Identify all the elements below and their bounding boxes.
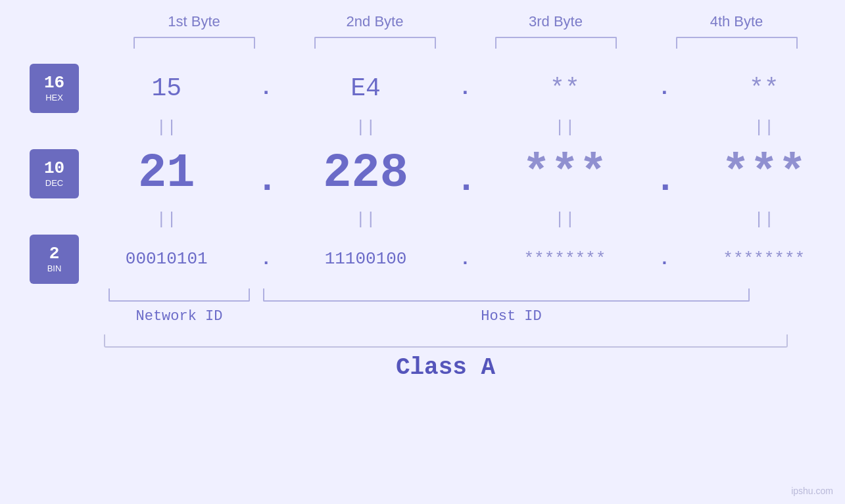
bracket-byte1 — [133, 37, 255, 49]
dec-dot1: . — [256, 160, 276, 201]
bin-badge-num: 2 — [49, 244, 60, 263]
bin-row: 00010101 . 11100100 . ******** . *******… — [85, 233, 845, 285]
eq-spacer-2 — [30, 206, 85, 233]
bin-badge-label: BIN — [47, 263, 62, 273]
bracket-byte2 — [314, 37, 436, 49]
full-bottom-bracket — [104, 334, 788, 348]
eq1-b2: || — [293, 118, 438, 137]
hex-byte4: ** — [692, 74, 836, 103]
dec-badge: 10 DEC — [30, 149, 79, 198]
byte3-header: 3rd Byte — [483, 13, 628, 30]
bin-badge: 2 BIN — [30, 235, 79, 284]
network-id-label: Network ID — [104, 308, 255, 325]
eq1-b1: || — [94, 118, 239, 137]
values-section: 15 . E4 . ** . ** || || || || 21 — [85, 62, 845, 285]
class-label: Class A — [104, 354, 788, 381]
hex-byte1: 15 — [94, 74, 239, 103]
hex-dot2: . — [455, 76, 475, 101]
eq2-b4: || — [692, 210, 836, 229]
bin-byte3: ******** — [493, 249, 637, 269]
byte-headers: 1st Byte 2nd Byte 3rd Byte 4th Byte — [104, 13, 827, 30]
host-bracket — [263, 288, 750, 302]
eq1-b4: || — [692, 118, 836, 137]
hex-byte2: E4 — [293, 74, 438, 103]
dec-dot2: . — [455, 160, 475, 201]
id-labels-row: Network ID Host ID — [104, 308, 827, 325]
eq-spacer-1 — [30, 114, 85, 141]
bin-byte2: 11100100 — [293, 249, 438, 269]
eq2-b1: || — [94, 210, 239, 229]
eq1-b3: || — [493, 118, 637, 137]
bottom-brackets-row — [104, 288, 827, 305]
main-container: 1st Byte 2nd Byte 3rd Byte 4th Byte 16 H… — [0, 0, 845, 504]
dec-byte3: *** — [493, 147, 637, 200]
hex-row: 15 . E4 . ** . ** — [85, 62, 845, 114]
dec-byte2: 228 — [293, 147, 438, 200]
dec-badge-wrapper: 10 DEC — [30, 141, 85, 206]
top-brackets — [104, 37, 827, 49]
hex-badge-wrapper: 16 HEX — [30, 62, 85, 114]
eq-row-2: || || || || — [85, 206, 845, 233]
hex-badge: 16 HEX — [30, 64, 79, 113]
bracket-byte3 — [495, 37, 617, 49]
badges-column: 16 HEX 10 DEC 2 BIN — [0, 62, 85, 285]
bottom-section: Network ID Host ID Class A — [104, 288, 827, 381]
bin-dot2: . — [455, 249, 475, 269]
bin-dot3: . — [654, 249, 674, 269]
hex-byte3: ** — [493, 74, 637, 103]
dec-badge-label: DEC — [45, 178, 63, 188]
byte1-header: 1st Byte — [122, 13, 266, 30]
hex-badge-label: HEX — [45, 93, 63, 103]
dec-byte1: 21 — [94, 147, 239, 200]
bin-dot1: . — [256, 249, 276, 269]
bin-byte1: 00010101 — [94, 249, 239, 269]
byte2-header: 2nd Byte — [302, 13, 447, 30]
dec-byte4: *** — [692, 147, 836, 200]
dec-badge-num: 10 — [44, 159, 64, 178]
hex-dot3: . — [654, 76, 674, 101]
dec-row: 21 . 228 . *** . *** — [85, 141, 845, 206]
dec-dot3: . — [654, 160, 674, 201]
host-id-label: Host ID — [268, 308, 755, 325]
bin-badge-wrapper: 2 BIN — [30, 233, 85, 285]
byte4-header: 4th Byte — [664, 13, 809, 30]
eq2-b2: || — [293, 210, 438, 229]
bin-byte4: ******** — [692, 249, 836, 269]
bracket-byte4 — [676, 37, 798, 49]
watermark: ipshu.com — [791, 486, 833, 496]
hex-dot1: . — [256, 76, 276, 101]
hex-badge-num: 16 — [44, 74, 64, 93]
eq2-b3: || — [493, 210, 637, 229]
eq-row-1: || || || || — [85, 114, 845, 141]
network-bracket — [109, 288, 250, 302]
